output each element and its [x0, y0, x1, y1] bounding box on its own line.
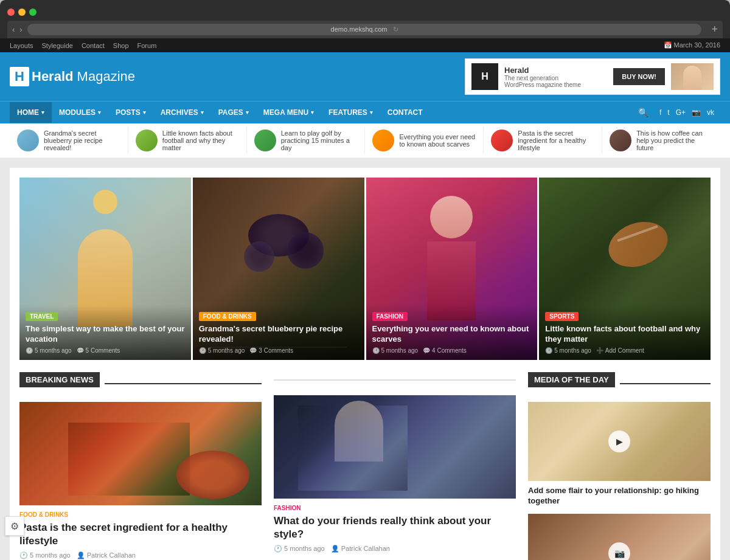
media-of-day-title: Media of the day	[528, 372, 615, 387]
camera-button-icon[interactable]: 📷	[608, 542, 630, 560]
featured-meta-sports: 🕐 5 months ago ➕ Add Comment	[545, 347, 704, 354]
ticker-item-1[interactable]: Grandma's secret blueberry pie recipe re…	[10, 127, 128, 154]
breaking-news-col-1: Breaking News FOOD & DRINKS Pasta is the…	[19, 372, 262, 560]
nav-item-pages[interactable]: PAGES ▾	[211, 102, 256, 123]
media-image-1: ▶	[528, 402, 711, 481]
category-badge-fashion: FASHION	[372, 312, 408, 321]
nav-item-features[interactable]: FEATURES ▾	[321, 102, 380, 123]
clock-icon: 🕐 5 months ago	[199, 347, 245, 354]
browser-window: ‹ › demo.mekshq.com ↻ + Layouts Stylegui…	[0, 0, 730, 560]
nav-item-modules[interactable]: MODULES ▾	[52, 102, 108, 123]
news-ticker: Grandma's secret blueberry pie recipe re…	[0, 123, 730, 158]
nav-item-posts[interactable]: POSTS ▾	[108, 102, 153, 123]
nav-item-contact[interactable]: CONTACT	[380, 102, 430, 123]
featured-title-fashion: Everything you ever need to known about …	[372, 324, 532, 345]
browser-url: demo.mekshq.com	[331, 26, 388, 33]
top-nav-layouts[interactable]: Layouts	[10, 42, 33, 49]
calendar-icon: 📅	[664, 41, 672, 49]
featured-item-sports[interactable]: SPORTS Little known facts about football…	[539, 178, 711, 360]
featured-meta-fashion: 🕐 5 months ago 💬 4 Comments	[372, 347, 532, 354]
ticker-item-6[interactable]: This is how coffee can help you predict …	[602, 127, 720, 154]
settings-gear-button[interactable]: ⚙	[5, 516, 24, 536]
breaking-article-2[interactable]: FASHION What do your friends really thin…	[274, 395, 516, 553]
browser-reload-icon[interactable]: ↻	[393, 26, 398, 33]
play-button-icon[interactable]: ▶	[608, 430, 630, 452]
ad-buy-button[interactable]: BUY NOW!	[613, 68, 665, 85]
site-header: H Herald Magazine H Herald The next gene…	[0, 52, 730, 101]
nav-item-home[interactable]: HOME ▾	[10, 102, 52, 123]
ticker-item-2[interactable]: Little known facts about football and wh…	[128, 127, 247, 154]
browser-toolbar: ‹ › demo.mekshq.com ↻ +	[7, 21, 723, 38]
top-nav-shop[interactable]: Shop	[113, 42, 129, 49]
vk-icon[interactable]: vk	[707, 108, 714, 117]
ticker-text-4: Everything you ever need to known about …	[399, 133, 476, 148]
ticker-text-3: Learn to play golf by practicing 15 minu…	[281, 130, 358, 151]
top-nav-date: 📅 March 30, 2016	[664, 41, 721, 49]
twitter-icon[interactable]: t	[667, 108, 669, 117]
ticker-item-3[interactable]: Learn to play golf by practicing 15 minu…	[247, 127, 366, 154]
close-button[interactable]	[7, 9, 15, 16]
media-card-2[interactable]: 📷	[528, 514, 711, 560]
chevron-down-icon: ▾	[246, 109, 249, 116]
breaking-article-1[interactable]: FOOD & DRINKS Pasta is the secret ingred…	[19, 402, 262, 559]
add-comment-link[interactable]: ➕ Add Comment	[596, 347, 644, 354]
featured-overlay-food: FOOD & DRINKS Grandma's secret blueberry…	[193, 305, 364, 360]
header-ad-banner[interactable]: H Herald The next generation WordPress m…	[465, 58, 720, 95]
ticker-thumb-6	[610, 130, 631, 151]
featured-title-sports: Little known facts about football and wh…	[545, 324, 704, 345]
featured-title-food: Grandma's secret blueberry pie recipe re…	[199, 324, 358, 345]
article-category-1: FOOD & DRINKS	[19, 511, 262, 518]
browser-address-bar[interactable]: demo.mekshq.com ↻	[27, 24, 702, 35]
gear-icon: ⚙	[10, 520, 19, 532]
article-meta-2: 🕐 5 months ago 👤 Patrick Callahan	[274, 545, 516, 553]
article-meta-1: 🕐 5 months ago 👤 Patrick Callahan	[19, 551, 262, 559]
nav-item-archives[interactable]: ARCHIVES ▾	[153, 102, 211, 123]
media-image-2: 📷	[528, 514, 711, 560]
featured-item-fashion[interactable]: FASHION Everything you ever need to know…	[366, 178, 538, 360]
comments-icon: 💬 5 Comments	[77, 347, 120, 354]
minimize-button[interactable]	[18, 9, 26, 16]
ad-logo: H	[471, 63, 498, 90]
author-icon: 👤 Patrick Callahan	[331, 545, 390, 553]
top-nav-forum[interactable]: Forum	[137, 42, 157, 49]
social-links: f t G+ 📷 vk	[653, 102, 720, 123]
google-plus-icon[interactable]: G+	[676, 108, 686, 117]
breaking-article-1-image	[19, 402, 262, 505]
nav-item-mega-menu[interactable]: MEGA MENU ▾	[256, 102, 321, 123]
site-logo[interactable]: H Herald Magazine	[10, 67, 135, 86]
browser-forward-icon[interactable]: ›	[19, 25, 22, 34]
top-nav-bar: Layouts Styleguide Contact Shop Forum 📅 …	[0, 38, 730, 52]
clock-icon: 🕐 5 months ago	[26, 347, 72, 354]
ticker-text-1: Grandma's secret blueberry pie recipe re…	[44, 130, 120, 151]
featured-item-food[interactable]: FOOD & DRINKS Grandma's secret blueberry…	[193, 178, 364, 360]
search-icon[interactable]: 🔍	[633, 102, 653, 123]
maximize-button[interactable]	[29, 9, 36, 16]
top-nav-contact[interactable]: Contact	[82, 42, 105, 49]
browser-chrome: ‹ › demo.mekshq.com ↻ +	[0, 0, 730, 38]
featured-overlay-sports: SPORTS Little known facts about football…	[539, 305, 711, 360]
top-nav-styleguide[interactable]: Styleguide	[42, 42, 73, 49]
media-card-1[interactable]: ▶ Add some flair to your relationship: g…	[528, 402, 711, 506]
ad-text: Herald The next generation WordPress mag…	[504, 66, 607, 88]
blueberry-shape-2	[244, 241, 274, 272]
breaking-news-title: Breaking News	[19, 372, 100, 387]
sections-row: Breaking News FOOD & DRINKS Pasta is the…	[19, 372, 711, 560]
ticker-text-2: Little known facts about football and wh…	[162, 130, 239, 151]
logo-text: Herald Magazine	[32, 69, 135, 85]
new-tab-icon[interactable]: +	[711, 23, 718, 36]
featured-item-travel[interactable]: TRAVEL The simplest way to make the best…	[19, 178, 191, 360]
ticker-item-4[interactable]: Everything you ever need to known about …	[365, 127, 484, 154]
article-category-2: FASHION	[274, 505, 516, 511]
facebook-icon[interactable]: f	[659, 108, 661, 117]
author-icon: 👤 Patrick Callahan	[77, 551, 136, 559]
clock-icon: 🕐 5 months ago	[372, 347, 419, 354]
instagram-icon[interactable]: 📷	[692, 108, 701, 117]
content-box: TRAVEL The simplest way to make the best…	[10, 168, 720, 560]
ticker-text-6: This is how coffee can help you predict …	[636, 130, 713, 151]
ticker-item-5[interactable]: Pasta is the secret ingredient for a hea…	[484, 127, 602, 154]
browser-back-icon[interactable]: ‹	[12, 25, 15, 34]
football-shape	[602, 214, 674, 275]
ticker-thumb-1	[17, 130, 39, 151]
blueberry-shape-3	[287, 232, 324, 269]
chevron-down-icon: ▾	[143, 109, 146, 116]
